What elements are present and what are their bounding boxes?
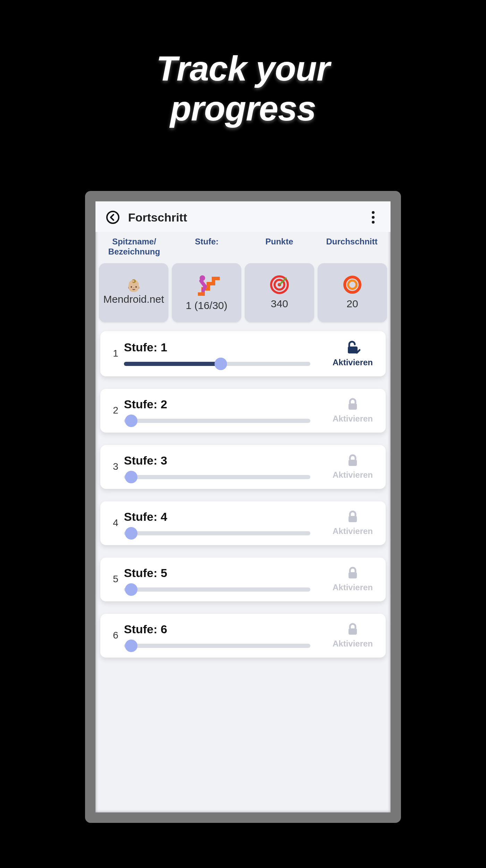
levels-list: 1Stufe: 1Aktivieren2Stufe: 2Aktivieren3S… — [95, 327, 391, 812]
stairs-icon — [193, 273, 220, 298]
dots-icon — [372, 211, 375, 214]
activate-button: Aktivieren — [327, 397, 379, 424]
progress-slider[interactable] — [124, 475, 310, 479]
col-header-nickname: Spitzname/ Bezeichnung — [99, 235, 169, 260]
col-header-level: Stufe: — [171, 235, 242, 260]
activate-button: Aktivieren — [327, 453, 379, 480]
lock-icon — [346, 510, 360, 525]
back-arrow-icon — [106, 210, 120, 224]
activate-label: Aktivieren — [333, 358, 373, 367]
level-body: Stufe: 4 — [124, 510, 327, 535]
progress-slider[interactable] — [124, 644, 310, 648]
level-index: 4 — [107, 517, 124, 528]
slider-thumb[interactable] — [125, 640, 137, 652]
level-index: 1 — [107, 348, 124, 359]
activate-button[interactable]: Aktivieren — [327, 340, 379, 367]
level-title: Stufe: 6 — [124, 623, 327, 636]
level-card: 4Stufe: 4Aktivieren — [100, 501, 386, 545]
lock-icon — [346, 397, 360, 412]
page-title: Fortschritt — [128, 211, 366, 224]
average-value: 20 — [346, 298, 358, 310]
stat-tile-points[interactable]: 340 — [245, 263, 314, 322]
back-button[interactable] — [105, 210, 120, 225]
progress-slider[interactable] — [124, 419, 310, 423]
level-title: Stufe: 2 — [124, 398, 327, 411]
svg-rect-11 — [349, 572, 357, 578]
slider-thumb[interactable] — [125, 415, 137, 427]
level-body: Stufe: 6 — [124, 623, 327, 648]
hero-line-1: Track your — [156, 49, 330, 88]
activate-label: Aktivieren — [333, 583, 373, 592]
lock-icon — [346, 622, 360, 637]
level-card: 3Stufe: 3Aktivieren — [100, 445, 386, 489]
stat-tile-level[interactable]: 1 (16/30) — [172, 263, 241, 322]
col-header-average: Durchschnitt — [317, 235, 387, 260]
slider-thumb[interactable] — [125, 471, 137, 483]
level-card: 2Stufe: 2Aktivieren — [100, 389, 386, 433]
level-card: 5Stufe: 5Aktivieren — [100, 558, 386, 601]
nickname-value: Mendroid.net — [103, 293, 164, 306]
target-icon — [270, 275, 289, 296]
unlock-icon — [345, 340, 360, 356]
progress-slider[interactable] — [124, 531, 310, 535]
device-frame: Fortschritt Spitzname/ Bezeichnung Stufe… — [85, 191, 401, 823]
svg-rect-10 — [349, 516, 357, 522]
activate-button: Aktivieren — [327, 622, 379, 649]
level-index: 2 — [107, 405, 124, 416]
activate-button: Aktivieren — [327, 510, 379, 536]
svg-rect-8 — [349, 403, 357, 410]
points-value: 340 — [271, 298, 288, 310]
svg-point-5 — [345, 277, 360, 292]
lock-icon — [346, 453, 360, 469]
svg-point-0 — [107, 211, 119, 223]
level-body: Stufe: 3 — [124, 454, 327, 479]
ring-icon — [343, 275, 362, 296]
level-body: Stufe: 2 — [124, 398, 327, 423]
activate-label: Aktivieren — [333, 639, 373, 649]
level-card: 1Stufe: 1Aktivieren — [100, 331, 386, 376]
level-title: Stufe: 3 — [124, 454, 327, 467]
hero-line-2: progress — [170, 89, 316, 128]
activate-label: Aktivieren — [333, 470, 373, 480]
level-card: 6Stufe: 6Aktivieren — [100, 614, 386, 658]
level-title: Stufe: 1 — [124, 341, 327, 354]
slider-thumb[interactable] — [125, 583, 137, 596]
level-title: Stufe: 5 — [124, 566, 327, 580]
level-value: 1 (16/30) — [186, 300, 227, 312]
activate-label: Aktivieren — [333, 414, 373, 424]
slider-fill — [124, 362, 221, 366]
stat-tile-nickname[interactable]: 👶🏼 Mendroid.net — [99, 263, 168, 322]
activate-button: Aktivieren — [327, 566, 379, 592]
level-index: 3 — [107, 461, 124, 472]
slider-thumb[interactable] — [125, 527, 137, 540]
activate-label: Aktivieren — [333, 526, 373, 536]
stats-tiles: 👶🏼 Mendroid.net 1 (16/30) — [95, 260, 391, 327]
overflow-menu-button[interactable] — [366, 210, 381, 225]
level-title: Stufe: 4 — [124, 510, 327, 524]
stat-tile-average[interactable]: 20 — [318, 263, 387, 322]
promo-headline: Track your progress — [156, 49, 330, 128]
progress-slider[interactable] — [124, 362, 310, 366]
svg-rect-12 — [349, 628, 357, 635]
svg-rect-9 — [349, 460, 357, 466]
level-index: 6 — [107, 630, 124, 641]
slider-thumb[interactable] — [215, 358, 227, 370]
stats-column-headers: Spitzname/ Bezeichnung Stufe: Punkte Dur… — [95, 232, 391, 260]
col-header-points: Punkte — [244, 235, 315, 260]
svg-point-6 — [348, 281, 357, 289]
level-index: 5 — [107, 574, 124, 585]
app-header: Fortschritt — [95, 201, 391, 232]
lock-icon — [346, 566, 360, 581]
avatar-icon: 👶🏼 — [126, 279, 141, 291]
progress-slider[interactable] — [124, 587, 310, 592]
level-body: Stufe: 5 — [124, 566, 327, 592]
level-body: Stufe: 1 — [124, 341, 327, 366]
